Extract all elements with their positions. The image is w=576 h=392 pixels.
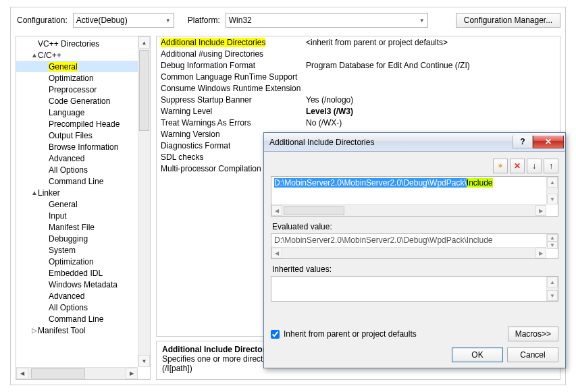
platform-combo[interactable]: Win32 ▼	[226, 13, 428, 28]
tree-item[interactable]: Input	[16, 210, 150, 221]
listbox-vscrollbar[interactable]: ▲ ▼	[546, 177, 558, 204]
property-row[interactable]: Treat Warnings As ErrorsNo (/WX-)	[157, 117, 560, 128]
close-button[interactable]: ✕	[533, 136, 564, 148]
scroll-left-icon[interactable]: ◀	[271, 248, 282, 258]
tree-item[interactable]: All Options	[16, 164, 150, 175]
property-row[interactable]: Consume Windows Runtime Extension	[157, 82, 560, 94]
scroll-down-icon[interactable]: ▼	[547, 194, 558, 204]
configuration-manager-button[interactable]: Configuration Manager...	[456, 13, 560, 28]
scroll-up-icon[interactable]: ▲	[547, 234, 558, 242]
macros-button[interactable]: Macros>>	[508, 327, 558, 341]
inherit-checkbox[interactable]	[271, 330, 280, 339]
tree-item-label: Advanced	[49, 291, 84, 301]
property-row[interactable]: Additional #using Directories	[157, 48, 560, 59]
tree-item[interactable]: Preprocessor	[16, 84, 150, 95]
tree-item[interactable]: All Options	[16, 302, 150, 313]
tree-item[interactable]: Optimization	[16, 256, 150, 267]
configuration-label: Configuration:	[16, 16, 69, 25]
tree-item-label: Command Line	[49, 314, 103, 324]
tree-item[interactable]: Output Files	[16, 130, 150, 141]
property-row[interactable]: Warning LevelLevel3 (/W3)	[157, 105, 560, 117]
property-name: Consume Windows Runtime Extension	[161, 84, 300, 93]
evaluated-value-text: D:\MobinServer2.0\MobinServer2.0\Debug\W…	[271, 234, 558, 246]
property-name: Additional #using Directories	[161, 49, 263, 59]
move-up-button[interactable]: ↑	[544, 159, 558, 173]
property-row[interactable]: Common Language RunTime Support	[157, 71, 560, 82]
chevron-down-icon: ▼	[419, 18, 425, 24]
tree-item[interactable]: Advanced	[16, 152, 150, 164]
tree-item-label: Browse Information	[49, 142, 118, 152]
scroll-up-icon[interactable]: ▲	[138, 36, 150, 49]
property-value: Yes (/nologo)	[306, 95, 560, 105]
scroll-thumb[interactable]	[139, 50, 149, 131]
scroll-down-icon[interactable]: ▼	[547, 242, 558, 249]
tree-item[interactable]: ▲C/C++	[16, 49, 150, 61]
tree-item[interactable]: General	[16, 198, 150, 210]
tree-item[interactable]: Optimization	[16, 72, 150, 84]
delete-line-button[interactable]: ✕	[510, 159, 525, 173]
tree-item[interactable]: VC++ Directories	[16, 38, 150, 49]
tree-item[interactable]: Browse Information	[16, 141, 150, 152]
tree-item[interactable]: Code Generation	[16, 95, 150, 107]
scroll-right-icon[interactable]: ▶	[535, 248, 546, 258]
tree-vscrollbar[interactable]: ▲ ▼	[138, 36, 150, 367]
property-name: Warning Level	[161, 107, 212, 116]
property-name: Additional Include Directories	[161, 38, 265, 47]
tree-item[interactable]: Windows Metadata	[16, 279, 150, 290]
property-row[interactable]: Suppress Startup BannerYes (/nologo)	[157, 94, 560, 105]
tree-item[interactable]: ▷Manifest Tool	[16, 325, 150, 336]
eval-vscrollbar[interactable]: ▲ ▼	[546, 234, 558, 247]
tree-item-label: Language	[49, 108, 84, 117]
expander-icon: ▲	[31, 189, 38, 196]
tree-item[interactable]: Language	[16, 107, 150, 118]
scroll-left-icon[interactable]: ◀	[16, 368, 28, 379]
scroll-thumb[interactable]	[284, 206, 344, 215]
help-button[interactable]: ?	[513, 136, 533, 148]
tree-item[interactable]: Precompiled Heade	[16, 118, 150, 130]
property-value: No (/WX-)	[306, 118, 560, 128]
property-value: <inherit from parent or project defaults…	[306, 38, 560, 47]
property-row[interactable]: Additional Include Directories<inherit f…	[157, 36, 560, 48]
tree-item[interactable]: Advanced	[16, 290, 150, 302]
chevron-down-icon: ▼	[165, 18, 171, 24]
property-row[interactable]: Debug Information FormatProgram Database…	[157, 59, 560, 71]
listbox-hscrollbar[interactable]: ◀ ▶	[271, 204, 546, 216]
scroll-thumb[interactable]	[31, 368, 85, 379]
directory-path-highlight: Include	[467, 178, 493, 188]
move-down-button[interactable]: ↓	[527, 159, 542, 173]
tree-item[interactable]: General	[16, 61, 150, 72]
tree-item-label: Code Generation	[49, 96, 110, 106]
cancel-button[interactable]: Cancel	[507, 347, 558, 362]
scroll-down-icon[interactable]: ▼	[547, 290, 558, 301]
directories-listbox[interactable]: D:\MobinServer2.0\MobinServer2.0\Debug\W…	[271, 176, 558, 217]
inherit-vscrollbar[interactable]: ▲ ▼	[546, 277, 558, 301]
tree-item-label: General	[49, 200, 78, 209]
dialog-titlebar[interactable]: Additional Include Directories ? ✕	[264, 133, 565, 152]
tree-item[interactable]: Embedded IDL	[16, 267, 150, 279]
tree-item[interactable]: Debugging	[16, 233, 150, 244]
tree-item-label: System	[49, 246, 76, 255]
tree-item-label: VC++ Directories	[38, 39, 99, 49]
eval-hscrollbar[interactable]: ◀ ▶	[271, 247, 546, 258]
tree-item[interactable]: Manifest File	[16, 221, 150, 233]
scroll-right-icon[interactable]: ▶	[535, 205, 546, 216]
tree-item[interactable]: Command Line	[16, 313, 150, 325]
tree-item[interactable]: System	[16, 244, 150, 256]
ok-button[interactable]: OK	[452, 347, 503, 362]
scroll-up-icon[interactable]: ▲	[547, 177, 558, 188]
property-name: SDL checks	[161, 152, 204, 162]
scroll-right-icon[interactable]: ▶	[126, 368, 138, 379]
tree-item[interactable]: Command Line	[16, 175, 150, 187]
evaluated-value-label: Evaluated value:	[272, 222, 558, 231]
arrow-up-icon: ↑	[549, 161, 553, 171]
new-line-button[interactable]: ✶	[493, 159, 508, 173]
scroll-left-icon[interactable]: ◀	[271, 205, 282, 216]
configuration-combo[interactable]: Active(Debug) ▼	[73, 13, 174, 28]
directory-entry[interactable]: D:\MobinServer2.0\MobinServer2.0\Debug\W…	[271, 177, 558, 188]
scroll-up-icon[interactable]: ▲	[547, 277, 558, 287]
scroll-down-icon[interactable]: ▼	[138, 355, 150, 367]
tree-hscrollbar[interactable]: ◀ ▶	[16, 367, 138, 379]
property-name: Treat Warnings As Errors	[161, 118, 251, 128]
tree-item[interactable]: ▲Linker	[16, 187, 150, 198]
tree-item-label: Advanced	[49, 154, 84, 163]
